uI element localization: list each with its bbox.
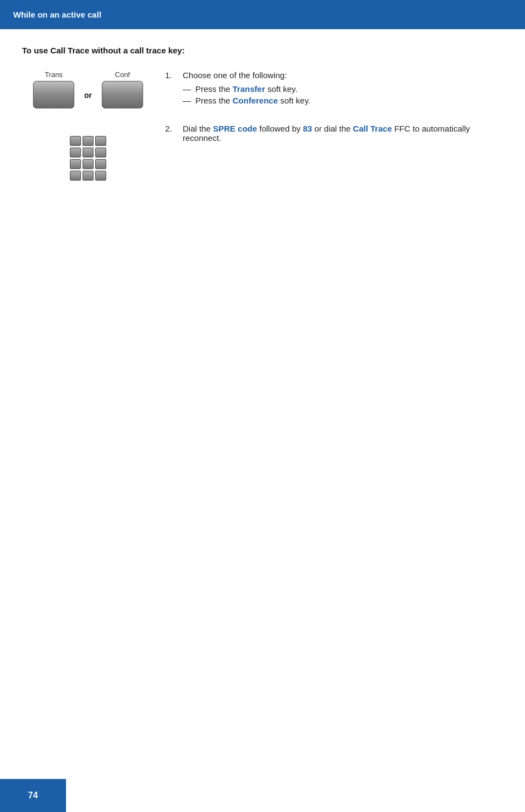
keypad-key-1: [70, 136, 81, 146]
step-2-number: 2.: [165, 124, 176, 143]
keypad-key-7: [70, 159, 81, 169]
transfer-highlight: Transfer: [233, 84, 265, 94]
step-1-sub1-text: Press the Transfer soft key.: [195, 84, 298, 94]
step-1-sub2-text: Press the Conference soft key.: [195, 96, 310, 105]
trans-label: Trans: [45, 70, 63, 79]
step-1-number: 1.: [165, 70, 176, 107]
keypad-key-10: [70, 171, 81, 181]
step-2-text: Dial the SPRE code followed by 83 or dia…: [183, 124, 470, 143]
conference-highlight: Conference: [233, 96, 278, 105]
trans-key-wrapper: Trans: [33, 70, 74, 108]
call-trace-highlight: Call Trace: [353, 124, 392, 133]
conf-label: Conf: [115, 70, 130, 79]
dash-1: —: [183, 84, 191, 94]
keypad-key-11: [83, 171, 94, 181]
header-title: While on an active call: [13, 10, 101, 19]
keypad-image: [70, 136, 106, 181]
dash-2: —: [183, 96, 191, 105]
keypad-key-2: [83, 136, 94, 146]
step-1-intro: Choose one of the following:: [183, 70, 503, 80]
trans-button[interactable]: [33, 81, 74, 108]
page-footer: 74: [0, 779, 66, 812]
section-title: To use Call Trace without a call trace k…: [22, 46, 503, 55]
soft-keys-row: Trans or Conf: [33, 70, 143, 108]
step-1-subitem-1: — Press the Transfer soft key.: [183, 84, 503, 94]
keypad-key-9: [95, 159, 106, 169]
step-1: 1. Choose one of the following: — Press …: [165, 70, 503, 107]
step-2-content: Dial the SPRE code followed by 83 or dia…: [183, 124, 503, 143]
step-1-subitem-2: — Press the Conference soft key.: [183, 96, 503, 105]
spre-code-highlight: SPRE code: [213, 124, 257, 133]
conf-button[interactable]: [102, 81, 143, 108]
images-column: Trans or Conf: [22, 70, 154, 181]
conf-key-wrapper: Conf: [102, 70, 143, 108]
keypad-key-6: [95, 148, 106, 157]
keypad-key-12: [95, 171, 106, 181]
keypad-key-3: [95, 136, 106, 146]
keypad-key-4: [70, 148, 81, 157]
keypad-key-8: [83, 159, 94, 169]
step-2: 2. Dial the SPRE code followed by 83 or …: [165, 124, 503, 143]
page-number: 74: [28, 791, 38, 800]
steps-area: Trans or Conf: [22, 70, 503, 181]
header-bar: While on an active call: [0, 0, 525, 29]
keypad-key-5: [83, 148, 94, 157]
steps-column: 1. Choose one of the following: — Press …: [165, 70, 503, 181]
or-text: or: [80, 91, 96, 100]
83-highlight: 83: [303, 124, 312, 133]
main-content: To use Call Trace without a call trace k…: [0, 29, 525, 203]
step-1-content: Choose one of the following: — Press the…: [183, 70, 503, 107]
